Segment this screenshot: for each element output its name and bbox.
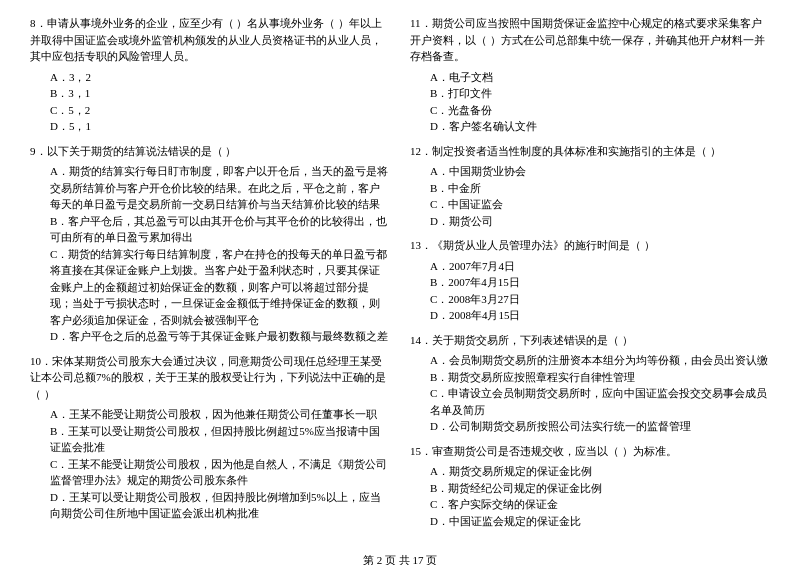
q8-option-d: D．5，1 [30,118,390,135]
question-8: 8．申请从事境外业务的企业，应至少有（ ）名从事境外业务（ ）年以上并取得中国证… [30,15,390,135]
page-content: 8．申请从事境外业务的企业，应至少有（ ）名从事境外业务（ ）年以上并取得中国证… [30,15,770,537]
q14-option-a: A．会员制期货交易所的注册资本本组分为均等份额，由会员出资认缴 [410,352,770,369]
question-12: 12．制定投资者适当性制度的具体标准和实施指引的主体是（ ） A．中国期货业协会… [410,143,770,230]
q11-option-b: B．打印文件 [410,85,770,102]
q12-option-b: B．中金所 [410,180,770,197]
q9-option-a: A．期货的结算实行每日盯市制度，即客户以开仓后，当天的盈亏是将交易所结算价与客户… [30,163,390,213]
q12-text: 12．制定投资者适当性制度的具体标准和实施指引的主体是（ ） [410,143,770,160]
question-14: 14．关于期货交易所，下列表述错误的是（ ） A．会员制期货交易所的注册资本本组… [410,332,770,435]
q13-text: 13．《期货从业人员管理办法》的施行时间是（ ） [410,237,770,254]
q9-option-c: C．期货的结算实行每日结算制度，客户在持仓的投每天的单日盈亏都将直接在其保证金账… [30,246,390,329]
q13-option-c: C．2008年3月27日 [410,291,770,308]
q8-option-a: A．3，2 [30,69,390,86]
q14-option-d: D．公司制期货交易所按照公司法实行统一的监督管理 [410,418,770,435]
q12-option-a: A．中国期货业协会 [410,163,770,180]
q15-option-c: C．客户实际交纳的保证金 [410,496,770,513]
q10-option-c: C．王某不能受让期货公司股权，因为他是自然人，不满足《期货公司监督管理办法》规定… [30,456,390,489]
q8-option-b: B．3，1 [30,85,390,102]
page-footer: 第 2 页 共 17 页 [30,552,770,565]
q10-text: 10．宋体某期货公司股东大会通过决议，同意期货公司现任总经理王某受让本公司总额7… [30,353,390,403]
right-column: 11．期货公司应当按照中国期货保证金监控中心规定的格式要求采集客户开户资料，以（… [410,15,770,537]
q13-option-d: D．2008年4月15日 [410,307,770,324]
q10-option-b: B．王某可以受让期货公司股权，但因持股比例超过5%应当报请中国证监会批准 [30,423,390,456]
left-column: 8．申请从事境外业务的企业，应至少有（ ）名从事境外业务（ ）年以上并取得中国证… [30,15,390,537]
q15-text: 15．审查期货公司是否违规交收，应当以（ ）为标准。 [410,443,770,460]
q10-option-a: A．王某不能受让期货公司股权，因为他兼任期货公司任董事长一职 [30,406,390,423]
q12-option-d: D．期货公司 [410,213,770,230]
question-9: 9．以下关于期货的结算说法错误的是（ ） A．期货的结算实行每日盯市制度，即客户… [30,143,390,345]
q8-text: 8．申请从事境外业务的企业，应至少有（ ）名从事境外业务（ ）年以上并取得中国证… [30,15,390,65]
q15-option-a: A．期货交易所规定的保证金比例 [410,463,770,480]
q12-option-c: C．中国证监会 [410,196,770,213]
q13-option-a: A．2007年7月4日 [410,258,770,275]
question-11: 11．期货公司应当按照中国期货保证金监控中心规定的格式要求采集客户开户资料，以（… [410,15,770,135]
q11-option-c: C．光盘备份 [410,102,770,119]
q9-option-d: D．客户平仓之后的总盈亏等于其保证金账户最初数额与最终数额之差 [30,328,390,345]
q14-text: 14．关于期货交易所，下列表述错误的是（ ） [410,332,770,349]
q11-option-a: A．电子文档 [410,69,770,86]
q9-option-b: B．客户平仓后，其总盈亏可以由其开仓价与其平仓价的比较得出，也可由所有的单日盈亏… [30,213,390,246]
q14-option-c: C．申请设立会员制期货交易所时，应向中国证监会投交交易事会成员名单及简历 [410,385,770,418]
q15-option-b: B．期货经纪公司规定的保证金比例 [410,480,770,497]
question-10: 10．宋体某期货公司股东大会通过决议，同意期货公司现任总经理王某受让本公司总额7… [30,353,390,522]
q11-text: 11．期货公司应当按照中国期货保证金监控中心规定的格式要求采集客户开户资料，以（… [410,15,770,65]
q15-option-d: D．中国证监会规定的保证金比 [410,513,770,530]
question-15: 15．审查期货公司是否违规交收，应当以（ ）为标准。 A．期货交易所规定的保证金… [410,443,770,530]
q13-option-b: B．2007年4月15日 [410,274,770,291]
q10-option-d: D．王某可以受让期货公司股权，但因持股比例增加到5%以上，应当向期货公司住所地中… [30,489,390,522]
question-13: 13．《期货从业人员管理办法》的施行时间是（ ） A．2007年7月4日 B．2… [410,237,770,324]
q9-text: 9．以下关于期货的结算说法错误的是（ ） [30,143,390,160]
q14-option-b: B．期货交易所应按照章程实行自律性管理 [410,369,770,386]
q11-option-d: D．客户签名确认文件 [410,118,770,135]
q8-option-c: C．5，2 [30,102,390,119]
